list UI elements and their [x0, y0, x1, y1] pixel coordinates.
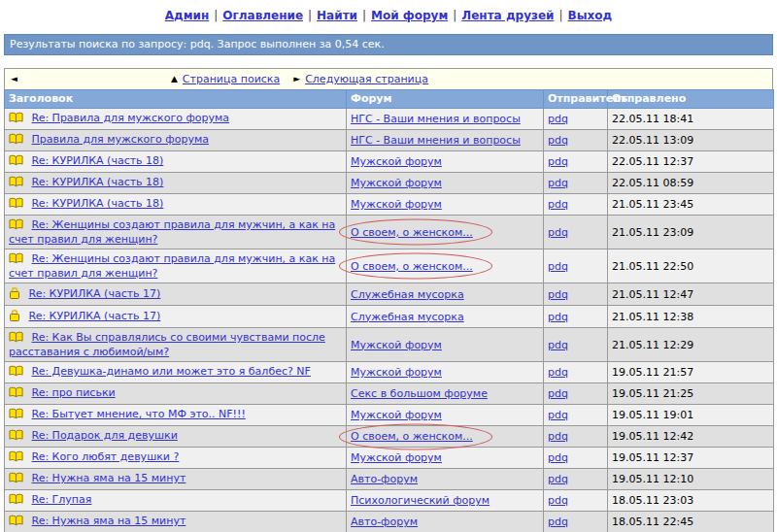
sender-link[interactable]: pdq [548, 311, 568, 323]
forum-link[interactable]: О своем, о женском... [351, 430, 473, 443]
forum-link[interactable]: Авто-форум [351, 473, 418, 485]
sender-link[interactable]: pdq [548, 473, 568, 485]
sender-link[interactable]: pdq [548, 177, 568, 189]
topic-link[interactable]: Re: Глупая [32, 493, 92, 506]
forum-link[interactable]: Мужской форум [351, 198, 442, 211]
forum-link[interactable]: Мужской форум [351, 366, 442, 379]
nav-link-contents[interactable]: Оглавление [222, 9, 303, 22]
nav-link-my-forum[interactable]: Мой форум [371, 9, 448, 22]
topic-link[interactable]: Re: Как Вы справлялись со своими чувства… [9, 331, 325, 358]
topic-link[interactable]: Re: КУРИЛКА (часть 17) [29, 287, 161, 300]
sender-cell: pdq [544, 249, 608, 283]
topic-cell: Re: КУРИЛКА (часть 17) [5, 306, 347, 328]
next-page-link[interactable]: Следующая страница [305, 73, 428, 85]
sent-cell: 21.05.11 23:09 [608, 216, 774, 249]
table-header-row: Заголовок Форум Отправитель Отправлено [5, 90, 774, 109]
sender-link[interactable]: pdq [548, 430, 568, 443]
sent-cell: 19.05.11 19:01 [608, 405, 774, 426]
sender-link[interactable]: pdq [548, 198, 568, 211]
topic-link[interactable]: Re: Женщины создают правила для мужчин, … [9, 252, 335, 280]
sender-link[interactable]: pdq [548, 288, 568, 301]
sender-link[interactable]: pdq [548, 366, 568, 379]
open-book-icon [9, 218, 23, 233]
sender-link[interactable]: pdq [548, 494, 568, 507]
sent-date: 19.05.11 19:01 [612, 409, 693, 421]
forum-link[interactable]: Мужской форум [351, 451, 442, 464]
table-row: Re: Нужна яма на 15 минут Авто-форум pdq… [5, 469, 774, 490]
table-row: Re: Глупая Психологический форум pdq 18.… [5, 490, 774, 512]
sender-link[interactable]: pdq [548, 451, 568, 464]
sent-date: 21.05.11 23:09 [612, 226, 693, 239]
table-row: Re: КУРИЛКА (часть 18) Мужской форум pdq… [5, 151, 774, 173]
topic-link[interactable]: Re: Бытует мнение, что МФ это.. NF!!! [32, 408, 246, 420]
forum-link[interactable]: НГС - Ваши мнения и вопросы [351, 134, 521, 147]
header-sender: Отправитель [544, 90, 608, 109]
forum-cell: Служебная мусорка [347, 283, 544, 306]
sender-link[interactable]: pdq [548, 339, 568, 351]
nav-link-admin[interactable]: Админ [165, 9, 210, 22]
topic-link[interactable]: Re: Кого любят девушки ? [32, 450, 180, 463]
topic-cell: Re: Нужна яма на 15 минут [5, 469, 347, 490]
forum-link[interactable]: НГС - Ваши мнения и вопросы [351, 113, 521, 125]
forum-cell: Служебная мусорка [347, 306, 544, 328]
sender-link[interactable]: pdq [548, 226, 568, 239]
open-book-icon [9, 176, 23, 190]
sent-date: 22.05.11 08:59 [612, 177, 693, 189]
sent-date: 21.05.11 12:29 [612, 339, 693, 351]
sent-cell: 21.05.11 23:45 [608, 194, 774, 216]
nav-link-logout[interactable]: Выход [568, 9, 613, 22]
sender-cell: pdq [544, 151, 608, 173]
forum-link[interactable]: Психологический форум [351, 494, 490, 507]
sender-cell: pdq [544, 130, 608, 151]
nav-link-friends-feed[interactable]: Лента друзей [461, 9, 554, 22]
topic-cell: Re: КУРИЛКА (часть 18) [5, 173, 347, 194]
topic-link[interactable]: Re: Нужна яма на 15 минут [32, 472, 186, 484]
search-page-link[interactable]: Страница поиска [183, 73, 280, 85]
topic-link[interactable]: Re: Нужна яма на 15 минут [32, 515, 186, 527]
forum-cell: Мужской форум [347, 173, 544, 194]
forum-link[interactable]: Служебная мусорка [351, 288, 464, 301]
nav-separator: | [559, 9, 563, 22]
prev-page-icon[interactable]: ◄ [11, 75, 17, 83]
topic-link[interactable]: Re: Женщины создают правила для мужчин, … [9, 218, 335, 246]
forum-link[interactable]: Служебная мусорка [351, 311, 464, 323]
topic-link[interactable]: Re: Подарок для девушки [32, 429, 178, 442]
topic-link[interactable]: Правила для мужского форума [32, 133, 209, 146]
forum-link[interactable]: Мужской форум [351, 409, 442, 421]
sender-link[interactable]: pdq [548, 515, 568, 528]
sender-link[interactable]: pdq [548, 387, 568, 400]
sent-cell: 22.05.11 08:59 [608, 173, 774, 194]
top-nav: Админ|Оглавление|Найти|Мой форум|Лента д… [0, 0, 777, 27]
sender-link[interactable]: pdq [548, 155, 568, 168]
topic-link[interactable]: Re: про письки [32, 386, 116, 399]
sent-cell: 22.05.11 18:41 [608, 109, 774, 130]
forum-link[interactable]: Секс в большом форуме [351, 387, 488, 400]
forum-link[interactable]: Мужской форум [351, 155, 442, 168]
topic-link[interactable]: Re: Девушка-динамо или может это я балбе… [32, 365, 311, 378]
sender-link[interactable]: pdq [548, 134, 568, 147]
header-forum: Форум [347, 90, 544, 109]
topic-link[interactable]: Re: КУРИЛКА (часть 18) [32, 176, 164, 188]
open-book-icon [9, 515, 23, 529]
topic-link[interactable]: Re: КУРИЛКА (часть 17) [29, 310, 161, 322]
forum-link[interactable]: О своем, о женском... [351, 226, 473, 239]
sender-link[interactable]: pdq [548, 260, 568, 273]
sent-date: 21.05.11 12:38 [612, 311, 693, 323]
table-row: Re: Правила для мужского форума НГС - Ва… [5, 109, 774, 130]
forum-link[interactable]: Мужской форум [351, 339, 442, 351]
forum-link[interactable]: Авто-форум [351, 515, 418, 528]
topic-link[interactable]: Re: КУРИЛКА (часть 18) [32, 197, 164, 210]
forum-link[interactable]: Мужской форум [351, 177, 442, 189]
sender-link[interactable]: pdq [548, 113, 568, 125]
topic-link[interactable]: Re: Правила для мужского форума [32, 112, 230, 124]
sender-cell: pdq [544, 109, 608, 130]
forum-link[interactable]: О своем, о женском... [351, 260, 473, 273]
sent-cell: 18.05.11 22:45 [608, 512, 774, 532]
sender-link[interactable]: pdq [548, 409, 568, 421]
sent-cell: 19.05.11 12:37 [608, 448, 774, 469]
sent-cell: 19.05.11 12:42 [608, 426, 774, 448]
table-row: Правила для мужского форума НГС - Ваши м… [5, 130, 774, 151]
nav-link-search[interactable]: Найти [317, 9, 357, 22]
topic-link[interactable]: Re: КУРИЛКА (часть 18) [32, 154, 164, 167]
table-row: Re: про письки Секс в большом форуме pdq… [5, 383, 774, 405]
